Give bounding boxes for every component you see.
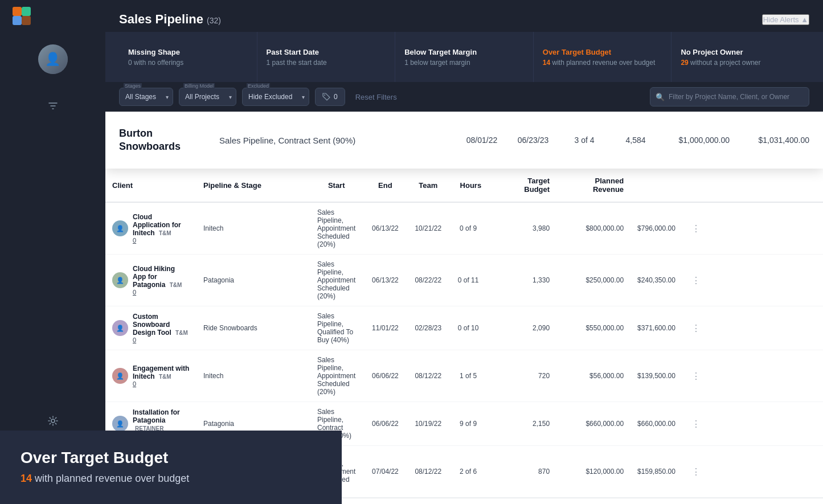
hide-alerts-button[interactable]: Hide Alerts ▲	[762, 14, 809, 25]
cell-pipeline-2: Sales Pipeline, Appointment Scheduled (2…	[310, 255, 362, 306]
highlight-team: 3 of 4	[559, 136, 610, 145]
row-menu-icon-4[interactable]: ⋮	[689, 371, 703, 381]
cell-client-name-4: Initech	[196, 350, 310, 402]
cell-hours-2: 1,330	[488, 255, 556, 306]
alert-title-below-target: Below Target Margin	[404, 48, 524, 56]
alert-desc-missing-shape: 0 with no offerings	[128, 59, 248, 67]
sidebar-item-filter[interactable]	[40, 93, 65, 118]
project-name-4: Engagement with Initech T&M	[133, 364, 190, 380]
client-avatar-wrap-1: 👤 Cloud Application for Initech T&M 0	[112, 213, 190, 244]
svg-rect-0	[13, 7, 22, 16]
cell-target-1: $800,000.00	[556, 202, 630, 255]
stages-select[interactable]: All Stages	[119, 88, 173, 106]
cell-revenue-1: $796,000.00	[630, 202, 682, 255]
alert-title-missing-shape: Missing Shape	[128, 48, 248, 56]
reset-filters-button[interactable]: Reset Filters	[351, 90, 402, 104]
cell-end-6: 08/12/22	[408, 446, 448, 498]
row-menu-icon-5[interactable]: ⋮	[689, 419, 703, 429]
table-header: Client Pipeline & Stage Start End Team H…	[105, 169, 823, 202]
col-header-pipeline: Pipeline & Stage	[196, 169, 310, 202]
project-name-2: Cloud Hiking App for Patagonia T&M	[133, 265, 190, 289]
sidebar-nav	[0, 93, 105, 118]
col-header-client: Client	[105, 169, 196, 202]
client-avatar-wrap-2: 👤 Cloud Hiking App for Patagonia T&M 0	[112, 265, 190, 296]
cell-end-2: 08/22/22	[408, 255, 448, 306]
cell-team-2: 0 of 11	[448, 255, 488, 306]
stages-label: Stages	[124, 83, 142, 89]
cell-client-name-2: Patagonia	[196, 255, 310, 306]
row-menu-icon-1[interactable]: ⋮	[689, 224, 703, 233]
tooltip-num: 14	[21, 473, 32, 484]
cell-menu-5[interactable]: ⋮	[682, 402, 823, 446]
pipeline-stage-1: Sales Pipeline, Appointment Scheduled (2…	[317, 208, 355, 248]
cell-client-name-1: Initech	[196, 202, 310, 255]
tag-link-4[interactable]: 0	[133, 380, 190, 387]
tags-count: 0	[334, 93, 338, 101]
row-avatar-5: 👤	[112, 416, 128, 432]
user-avatar-area[interactable]: 👤	[0, 36, 105, 82]
table-row: 👤 Cloud Application for Initech T&M 0 In…	[105, 202, 823, 255]
billing-badge-1: T&M	[159, 230, 171, 236]
cell-menu-2[interactable]: ⋮	[682, 255, 823, 306]
col-header-actions	[630, 169, 682, 202]
alert-past-start-date[interactable]: Past Start Date 1 past the start date	[257, 32, 396, 82]
search-wrap: 🔍	[650, 87, 809, 106]
alert-no-project-owner[interactable]: No Project Owner 29 without a project ow…	[671, 32, 809, 82]
cell-menu-1[interactable]: ⋮	[682, 202, 823, 255]
project-name-5: Installation for Patagonia RETAINER	[133, 408, 190, 432]
cell-menu-6[interactable]: ⋮	[682, 446, 823, 498]
alert-over-target-budget[interactable]: Over Target Budget 14 with planned reven…	[534, 32, 672, 82]
cell-team-5: 9 of 9	[448, 402, 488, 446]
pipeline-stage-2: Sales Pipeline, Appointment Scheduled (2…	[317, 260, 355, 300]
row-menu-icon-2[interactable]: ⋮	[689, 276, 703, 285]
cell-client-name-3: Ride Snowboards	[196, 306, 310, 350]
sidebar-item-settings[interactable]	[40, 408, 65, 433]
cell-menu-4[interactable]: ⋮	[682, 350, 823, 402]
cell-pipeline-3: Sales Pipeline, Qualified To Buy (40%)	[310, 306, 362, 350]
svg-rect-2	[13, 16, 22, 25]
cell-menu-3[interactable]: ⋮	[682, 306, 823, 350]
highlight-hours: 4,584	[610, 136, 661, 145]
cell-start-2: 06/13/22	[362, 255, 408, 306]
alert-desc-no-owner-text: without a project owner	[690, 59, 760, 67]
cell-team-3: 0 of 10	[448, 306, 488, 350]
sidebar: 👤	[0, 0, 105, 504]
cell-team-4: 1 of 5	[448, 350, 488, 402]
cell-project-info-4: Engagement with Initech T&M 0	[133, 364, 190, 387]
tag-link-3[interactable]: 0	[133, 337, 190, 343]
tag-link-1[interactable]: 0	[133, 237, 190, 244]
row-avatar-1: 👤	[112, 220, 128, 236]
avatar[interactable]: 👤	[38, 44, 68, 74]
cell-team-6: 2 of 6	[448, 446, 488, 498]
alert-desc-below-target: 1 below target margin	[404, 59, 524, 67]
highlighted-row: Burton Snowboards Sales Pipeline, Contra…	[105, 112, 823, 169]
billing-badge-4: T&M	[159, 374, 171, 380]
stages-filter-wrap: Stages All Stages ▾	[119, 88, 173, 106]
row-menu-icon-3[interactable]: ⋮	[689, 323, 703, 333]
excluded-select[interactable]: Hide Excluded	[242, 88, 309, 106]
cell-start-6: 07/04/22	[362, 446, 408, 498]
cell-project-info-3: Custom Snowboard Design Tool T&M 0	[133, 313, 190, 343]
tags-button[interactable]: 0	[315, 88, 345, 106]
alert-below-target-margin[interactable]: Below Target Margin 1 below target margi…	[395, 32, 534, 82]
svg-rect-3	[22, 16, 31, 25]
cell-start-1: 06/13/22	[362, 202, 408, 255]
billing-select[interactable]: All Projects	[179, 88, 236, 106]
cell-target-3: $550,000.00	[556, 306, 630, 350]
table-row: 👤 Custom Snowboard Design Tool T&M 0 Rid…	[105, 306, 823, 350]
alert-desc-no-owner: 29 without a project owner	[681, 59, 800, 67]
row-menu-icon-6[interactable]: ⋮	[689, 467, 703, 477]
col-header-end: End	[362, 169, 408, 202]
search-input[interactable]	[650, 87, 809, 106]
page-title: Sales Pipeline	[119, 12, 203, 27]
toolbar: Stages All Stages ▾ Billing Model All Pr…	[105, 82, 823, 112]
highlight-pipeline: Sales Pipeline, Contract Sent (90%)	[210, 136, 456, 145]
alert-title-past-start-date: Past Start Date	[267, 48, 386, 56]
billing-filter-wrap: Billing Model All Projects ▾	[179, 88, 236, 106]
svg-rect-1	[22, 7, 31, 16]
tag-link-2[interactable]: 0	[133, 289, 190, 296]
main-content: Sales Pipeline (32) Hide Alerts ▲ Missin…	[105, 0, 823, 504]
cell-client-4: 👤 Engagement with Initech T&M 0	[105, 350, 196, 402]
col-header-team: Team	[408, 169, 448, 202]
alert-missing-shape[interactable]: Missing Shape 0 with no offerings	[119, 32, 257, 82]
